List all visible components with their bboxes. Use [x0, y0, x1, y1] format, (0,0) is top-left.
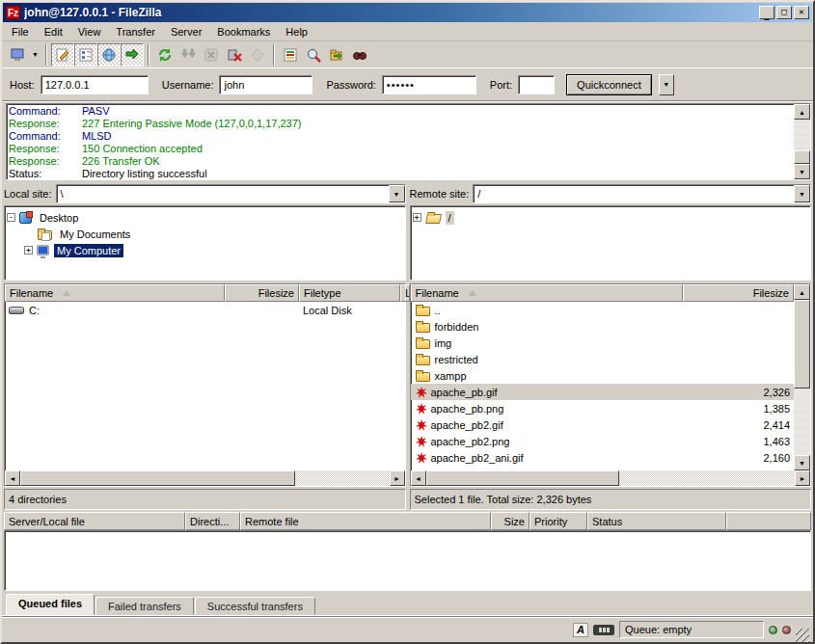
sort-ascending-icon: [469, 290, 476, 296]
column-direction[interactable]: Directi...: [185, 512, 240, 530]
menu-file[interactable]: File: [4, 24, 37, 40]
quickconnect-dropdown-icon[interactable]: ▼: [659, 74, 674, 95]
column-filename[interactable]: Filename: [5, 284, 225, 302]
remote-file-row[interactable]: apache_pb2_ani.gif 2,160: [411, 449, 795, 466]
port-input[interactable]: [518, 75, 555, 94]
scroll-right-icon[interactable]: ►: [795, 470, 810, 486]
menu-bookmarks[interactable]: Bookmarks: [209, 24, 278, 40]
tree-item-desktop[interactable]: - Desktop: [7, 209, 405, 226]
reconnect-icon[interactable]: [246, 43, 269, 67]
cancel-icon[interactable]: [200, 43, 223, 67]
maximize-button[interactable]: □: [776, 6, 792, 19]
close-button[interactable]: ✕: [794, 6, 809, 19]
tree-item-my-computer[interactable]: + My Computer: [24, 242, 405, 258]
remote-file-row[interactable]: apache_pb2.gif 2,414: [411, 416, 795, 433]
scrollbar-thumb[interactable]: [794, 150, 810, 164]
username-input[interactable]: [219, 75, 312, 94]
port-label: Port:: [490, 79, 512, 91]
tree-item-root[interactable]: + /: [413, 209, 811, 226]
scroll-down-icon[interactable]: ▼: [794, 164, 810, 179]
menu-edit[interactable]: Edit: [37, 24, 70, 40]
column-filesize[interactable]: Filesize: [225, 284, 299, 302]
log-lines: Command:PASV Response:227 Entering Passi…: [7, 104, 794, 179]
process-queue-icon[interactable]: [177, 43, 200, 67]
remote-site-combo[interactable]: / ▼: [473, 184, 811, 203]
menu-help[interactable]: Help: [278, 24, 315, 40]
toggle-local-tree-icon[interactable]: [74, 43, 97, 67]
column-filesize[interactable]: Filesize: [683, 284, 795, 302]
remote-file-row[interactable]: forbidden: [411, 318, 795, 335]
quickconnect-button[interactable]: Quickconnect: [566, 74, 652, 95]
column-truncated[interactable]: L: [400, 284, 410, 302]
remote-file-row[interactable]: apache_pb2.png 1,463: [411, 433, 795, 449]
log-line: Response:150 Connection accepted: [9, 143, 794, 155]
expand-icon[interactable]: +: [24, 246, 33, 255]
search-icon[interactable]: [348, 43, 371, 67]
remote-file-row-selected[interactable]: apache_pb.gif 2,326: [411, 384, 795, 400]
status-bar: A Queue: empty: [2, 616, 813, 642]
remote-horizontal-scrollbar[interactable]: ◄ ►: [411, 470, 811, 486]
scrollbar-thumb[interactable]: [20, 470, 295, 486]
minimize-button[interactable]: _: [759, 6, 774, 19]
scroll-up-icon[interactable]: ▲: [794, 104, 810, 120]
remote-file-row[interactable]: xampp: [411, 367, 795, 384]
expand-icon[interactable]: +: [413, 213, 421, 222]
chevron-down-icon[interactable]: ▼: [389, 185, 405, 202]
filter-icon[interactable]: [279, 43, 302, 67]
local-horizontal-scrollbar[interactable]: ◄ ►: [5, 470, 405, 486]
local-site-combo[interactable]: \ ▼: [56, 184, 406, 203]
collapse-icon[interactable]: -: [7, 213, 15, 222]
remote-file-row[interactable]: ..: [411, 302, 795, 318]
password-input[interactable]: [382, 75, 476, 94]
toggle-queue-icon[interactable]: [121, 43, 144, 67]
scrollbar-thumb[interactable]: [794, 300, 810, 389]
tab-failed-transfers[interactable]: Failed transfers: [95, 597, 194, 615]
resize-grip[interactable]: [796, 629, 809, 642]
site-manager-icon[interactable]: [6, 43, 29, 67]
menu-transfer[interactable]: Transfer: [108, 24, 163, 40]
queue-body[interactable]: [4, 530, 811, 591]
toggle-log-icon[interactable]: [51, 43, 74, 67]
drive-icon: [9, 307, 24, 314]
tab-queued-files[interactable]: Queued files: [6, 594, 95, 615]
open-folder-icon: [424, 214, 441, 224]
column-server-local-file[interactable]: Server/Local file: [4, 512, 185, 530]
folder-icon: [416, 307, 430, 316]
folder-icon: [416, 372, 430, 382]
titlebar[interactable]: Fz john@127.0.0.1 - FileZilla _ □ ✕: [3, 3, 812, 22]
site-manager-dropdown-icon[interactable]: ▼: [29, 43, 41, 67]
image-file-icon: [415, 386, 428, 399]
local-file-row[interactable]: C: Local Disk: [5, 302, 405, 318]
host-input[interactable]: [41, 75, 149, 94]
column-remote-file[interactable]: Remote file: [240, 512, 491, 530]
tab-successful-transfers[interactable]: Successful transfers: [195, 597, 315, 615]
refresh-icon[interactable]: [153, 43, 177, 67]
column-status[interactable]: Status: [587, 512, 726, 530]
remote-file-row[interactable]: img: [411, 335, 795, 351]
remote-vertical-scrollbar[interactable]: ▲ ▼: [794, 284, 810, 470]
disconnect-icon[interactable]: [223, 43, 246, 67]
queue-status: Queue: empty: [619, 621, 764, 638]
scroll-left-icon[interactable]: ◄: [411, 470, 426, 486]
remote-file-row[interactable]: apache_pb.png 1,385: [411, 400, 795, 416]
sync-browsing-icon[interactable]: [325, 43, 348, 67]
toggle-remote-tree-icon[interactable]: [97, 43, 121, 67]
tree-item-my-documents[interactable]: My Documents: [24, 226, 405, 242]
menu-server[interactable]: Server: [163, 24, 209, 40]
compare-icon[interactable]: [302, 43, 325, 67]
column-filename[interactable]: Filename: [411, 284, 683, 302]
folder-icon: [416, 339, 430, 349]
column-filetype[interactable]: Filetype: [299, 284, 400, 302]
chevron-down-icon[interactable]: ▼: [794, 185, 810, 202]
scroll-left-icon[interactable]: ◄: [5, 470, 20, 486]
log-vertical-scrollbar[interactable]: ▲ ▼: [794, 104, 810, 179]
column-priority[interactable]: Priority: [530, 512, 587, 530]
scroll-up-icon[interactable]: ▲: [794, 284, 810, 300]
scrollbar-thumb[interactable]: [426, 470, 619, 486]
column-size[interactable]: Size: [491, 512, 530, 530]
menu-view[interactable]: View: [70, 24, 109, 40]
local-status: 4 directories: [4, 489, 406, 510]
scroll-down-icon[interactable]: ▼: [794, 455, 810, 470]
scroll-right-icon[interactable]: ►: [390, 470, 405, 486]
remote-file-row[interactable]: restricted: [411, 351, 795, 367]
